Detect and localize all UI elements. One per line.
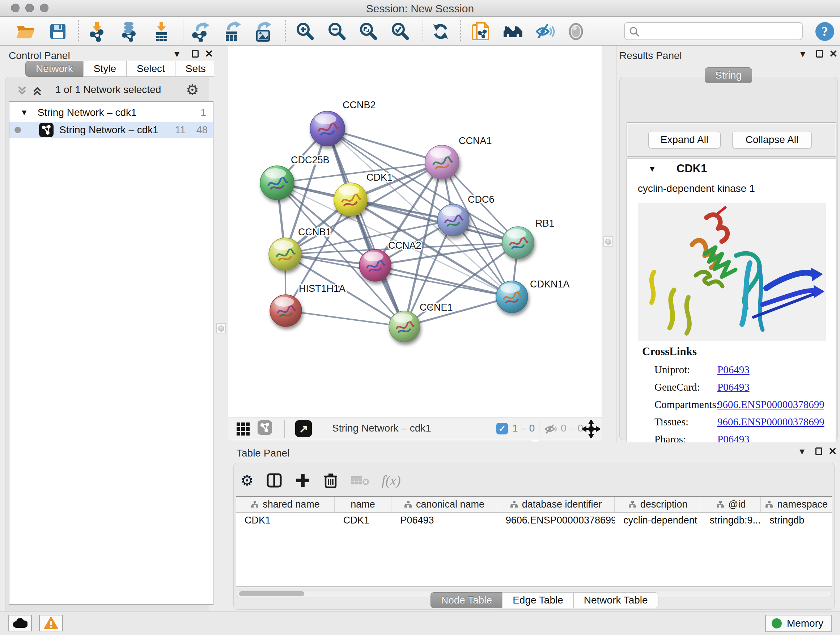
import-network-database-icon[interactable] [119,21,140,42]
cell-canonical-name[interactable]: P06493 [392,513,497,529]
node-CCNB2[interactable] [310,111,345,146]
collection-expand-icon[interactable]: ▼ [20,108,28,117]
graphics-details-icon[interactable] [566,21,586,42]
crosslink-link[interactable]: 9606.ENSP00000378699 [717,399,824,410]
zoom-out-icon[interactable] [327,21,347,42]
collapse-panel-icon[interactable]: ▾ [174,49,180,59]
warnings-button[interactable] [39,615,63,631]
network-options-gear-icon[interactable]: ⚙ [186,82,199,97]
node-CCNB1[interactable] [269,238,302,271]
node-CCNE1[interactable] [389,311,420,342]
zoom-selected-icon[interactable] [390,21,410,42]
delete-column-icon[interactable] [323,472,338,489]
node-label-HIST1H1A: HIST1H1A [299,283,346,294]
network-canvas[interactable]: CCNB2CCNA1CDC25BCDK1CDC6RB1CCNB1CCNA2CDK… [228,46,602,417]
tab-node-table[interactable]: Node Table [431,592,502,608]
table-options-gear-icon[interactable]: ⚙ [240,473,254,488]
save-session-icon[interactable] [48,21,68,42]
collapse-all-button[interactable]: Collapse All [732,131,812,149]
network-badge-icon[interactable] [257,420,272,435]
detach-view-icon[interactable]: ↗ [295,420,312,437]
node-CDK1[interactable] [334,183,367,216]
left-splitter[interactable] [214,46,228,611]
help-icon[interactable]: ? [815,21,835,42]
node-CDKN1A[interactable] [496,281,528,313]
cloud-button[interactable] [8,615,32,631]
close-results-icon[interactable]: ✕ [829,49,837,59]
tab-select[interactable]: Select [126,61,175,77]
zoom-fit-icon[interactable] [358,21,378,42]
expand-all-networks-icon[interactable] [31,85,43,97]
collapse-entry-icon[interactable]: ▼ [648,165,656,174]
column-header-3[interactable]: database identifier [497,497,615,512]
tab-edge-table[interactable]: Edge Table [502,592,574,608]
column-header-2[interactable]: canonical name [392,497,497,512]
import-network-file-icon[interactable] [88,21,108,42]
network-graph[interactable]: CCNB2CCNA1CDC25BCDK1CDC6RB1CCNB1CCNA2CDK… [228,46,602,417]
node-CDC6[interactable] [437,204,469,236]
grid-view-icon[interactable] [237,423,249,435]
cell-shared-name[interactable]: CDK1 [236,513,335,529]
edge-HIST1H1A-CCNE1[interactable] [286,310,404,326]
float-results-icon[interactable] [816,50,823,59]
float-panel-icon[interactable] [192,50,199,59]
crosslink-link[interactable]: P06493 [717,364,750,376]
column-header-4[interactable]: description [615,497,701,512]
clone-network-icon[interactable] [471,21,491,42]
tab-sets[interactable]: Sets [175,61,216,77]
tab-string-results[interactable]: String [705,67,752,83]
column-header-5[interactable]: @id [701,497,761,512]
collapse-results-icon[interactable]: ▾ [800,49,805,59]
float-table-icon[interactable] [815,448,822,456]
import-table-file-icon[interactable] [152,21,172,42]
right-splitter[interactable] [602,46,615,442]
column-header-1[interactable]: name [335,497,392,512]
left-splitter-handle[interactable] [216,323,226,333]
crosslink-link[interactable]: P06493 [717,381,750,393]
add-column-icon[interactable] [295,472,311,488]
export-image-icon[interactable] [253,21,273,42]
pan-crosshair-icon[interactable] [583,420,600,438]
node-RB1[interactable] [502,226,534,258]
export-table-icon[interactable] [222,21,242,42]
network-row[interactable]: String Network – cdk1 11 48 [9,122,213,138]
string-home-icon[interactable] [503,21,523,42]
export-network-icon[interactable] [191,21,211,42]
close-panel-icon[interactable]: ✕ [205,49,213,59]
show-columns-icon[interactable] [266,472,283,489]
node-HIST1H1A[interactable] [270,295,302,326]
crosslink-link[interactable]: 9606.ENSP00000378699 [717,416,824,428]
node-CDC25B[interactable] [260,166,294,200]
cell-namespace[interactable]: stringdb [761,513,832,529]
hide-graphics-icon[interactable] [535,21,555,42]
cell-description[interactable]: cyclin-dependent ... [615,513,701,529]
column-header-0[interactable]: shared name [236,497,335,512]
right-splitter-handle[interactable] [603,236,613,247]
hidden-eye-icon[interactable] [544,423,559,435]
table-row[interactable]: CDK1 CDK1 P06493 9606.ENSP00000378699 cy… [236,513,832,529]
refresh-icon[interactable] [431,21,451,42]
selected-checkbox-icon[interactable]: ✓ [496,423,508,434]
node-CCNA1[interactable] [425,145,459,179]
expand-all-button[interactable]: Expand All [648,131,721,149]
edge-CCNB2-CCNA1[interactable] [327,128,442,162]
zoom-in-icon[interactable] [295,21,315,42]
cell-database-identifier[interactable]: 9606.ENSP00000378699 [497,513,615,529]
scrollbar-thumb[interactable] [239,591,304,596]
column-header-6[interactable]: namespace [761,497,832,512]
cell-name[interactable]: CDK1 [335,513,392,529]
memory-button[interactable]: Memory [765,615,832,632]
node-result-header[interactable]: ▼ CDK1 [627,159,836,178]
tab-network-table[interactable]: Network Table [573,592,658,608]
cell-id[interactable]: stringdb:9... [701,513,761,529]
open-file-icon[interactable] [15,21,35,42]
collapse-table-icon[interactable]: ▾ [799,446,805,457]
search-input[interactable] [644,24,798,38]
close-table-icon[interactable]: ✕ [829,446,837,457]
node-CCNA2[interactable] [359,249,391,281]
tab-network[interactable]: Network [25,61,84,77]
network-collection-row[interactable]: ▼ String Network – cdk1 1 [9,104,213,121]
namespace-icon [250,500,259,508]
collapse-all-networks-icon[interactable] [16,85,28,97]
tab-style[interactable]: Style [83,61,126,77]
